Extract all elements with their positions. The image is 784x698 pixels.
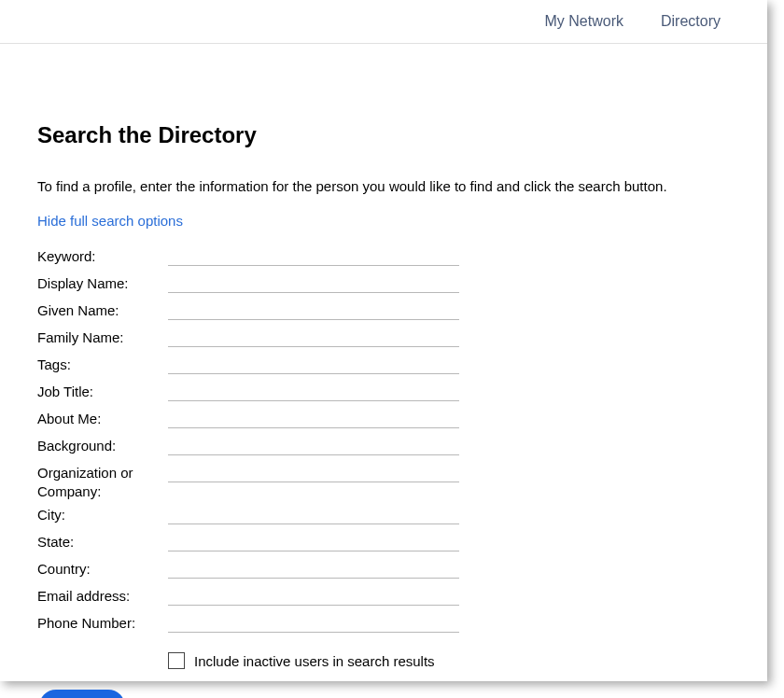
tags-input[interactable] bbox=[168, 354, 459, 374]
job-title-label: Job Title: bbox=[37, 381, 168, 401]
page-title: Search the Directory bbox=[37, 122, 767, 148]
nav-directory[interactable]: Directory bbox=[661, 13, 721, 30]
background-label: Background: bbox=[37, 435, 168, 455]
job-title-input[interactable] bbox=[168, 381, 459, 401]
email-input[interactable] bbox=[168, 585, 459, 606]
keyword-label: Keyword: bbox=[37, 245, 168, 266]
city-input[interactable] bbox=[168, 504, 459, 524]
toggle-search-options-link[interactable]: Hide full search options bbox=[37, 213, 183, 229]
given-name-input[interactable] bbox=[168, 300, 459, 320]
family-name-label: Family Name: bbox=[37, 327, 168, 347]
family-name-input[interactable] bbox=[168, 327, 459, 347]
organization-label: Organization or Company: bbox=[37, 462, 168, 500]
background-input[interactable] bbox=[168, 435, 459, 455]
search-button[interactable]: Search bbox=[39, 690, 125, 698]
country-label: Country: bbox=[37, 558, 168, 579]
given-name-label: Given Name: bbox=[37, 300, 168, 320]
display-name-input[interactable] bbox=[168, 272, 459, 293]
display-name-label: Display Name: bbox=[37, 272, 168, 293]
tags-label: Tags: bbox=[37, 354, 168, 374]
main-content: Search the Directory To find a profile, … bbox=[0, 44, 767, 698]
phone-input[interactable] bbox=[168, 612, 459, 633]
top-nav: My Network Directory bbox=[0, 0, 767, 44]
email-label: Email address: bbox=[37, 585, 168, 606]
include-inactive-checkbox[interactable] bbox=[168, 652, 185, 669]
state-label: State: bbox=[37, 531, 168, 551]
organization-input[interactable] bbox=[168, 462, 459, 482]
phone-label: Phone Number: bbox=[37, 612, 168, 633]
keyword-input[interactable] bbox=[168, 245, 459, 266]
state-input[interactable] bbox=[168, 531, 459, 551]
instructions-text: To find a profile, enter the information… bbox=[37, 178, 767, 194]
nav-my-network[interactable]: My Network bbox=[545, 13, 623, 30]
about-me-input[interactable] bbox=[168, 408, 459, 428]
city-label: City: bbox=[37, 504, 168, 524]
include-inactive-label: Include inactive users in search results bbox=[194, 653, 435, 669]
country-input[interactable] bbox=[168, 558, 459, 579]
about-me-label: About Me: bbox=[37, 408, 168, 428]
